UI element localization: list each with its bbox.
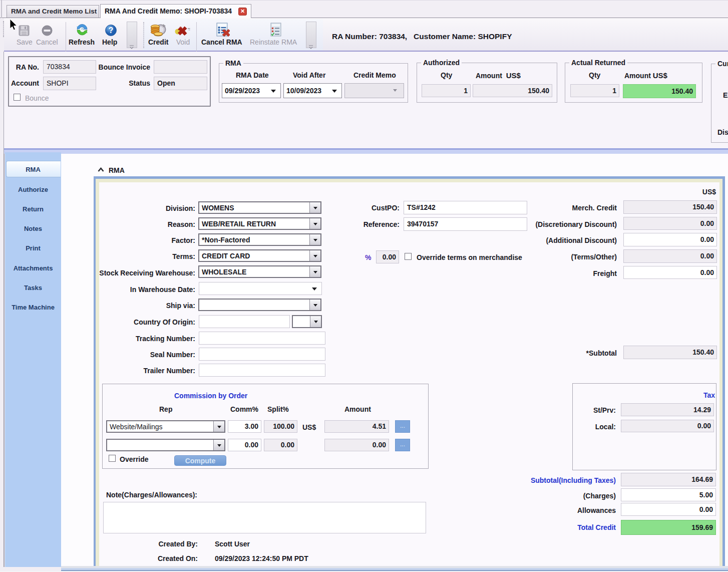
- svg-text:?: ?: [109, 26, 114, 35]
